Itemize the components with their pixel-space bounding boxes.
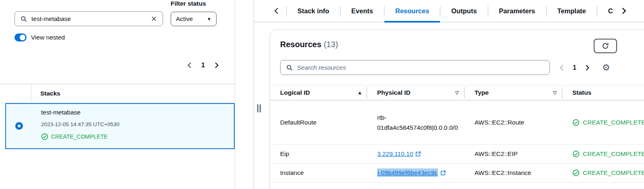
next-page-icon[interactable] bbox=[583, 63, 592, 72]
resources-title-text: Resources bbox=[280, 40, 321, 49]
status-cell: CREATE_COMPLETE bbox=[562, 119, 644, 126]
stack-detail-panel: Stack info Events Resources Outputs Para… bbox=[254, 0, 644, 189]
stacks-list-header: Stacks bbox=[0, 84, 235, 103]
toggle-knob bbox=[20, 35, 25, 40]
stack-status-text: CREATE_COMPLETE bbox=[51, 133, 108, 140]
type-cell: AWS::EC2::Route bbox=[464, 119, 562, 126]
refresh-icon bbox=[602, 42, 609, 50]
tab-label: Outputs bbox=[451, 7, 477, 15]
resources-count: (13) bbox=[324, 40, 338, 49]
stack-tabs: Stack info Events Resources Outputs Para… bbox=[286, 0, 644, 22]
tab-label: Events bbox=[351, 7, 373, 15]
gear-icon[interactable]: ⚙ bbox=[602, 63, 610, 72]
physical-id-link[interactable]: 3.229.110.10 bbox=[377, 150, 413, 157]
resources-card: Resources(13) 1 ⚙ L bbox=[270, 29, 644, 189]
sort-icon[interactable]: ▽ bbox=[455, 90, 459, 96]
next-page-icon[interactable] bbox=[212, 61, 221, 70]
logical-id-cell: Instance bbox=[270, 169, 367, 177]
physical-id-cell: 3.229.110.10 bbox=[367, 150, 464, 158]
filter-status-label: Filter status bbox=[171, 0, 206, 7]
stack-status-badge: CREATE_COMPLETE bbox=[41, 133, 108, 140]
tab-events[interactable]: Events bbox=[341, 0, 384, 22]
column-label: Status bbox=[572, 89, 591, 96]
stack-radio-selected[interactable] bbox=[15, 122, 23, 130]
physical-id-cell: i-09b499ef6be43ec9c bbox=[367, 169, 464, 177]
column-label: Physical ID bbox=[377, 89, 411, 96]
physical-id-cell: rtb-01dfa4c584574c0f8|0.0.0.0/0 bbox=[367, 112, 464, 133]
filter-status-value: Active bbox=[176, 15, 193, 23]
stack-timestamp: 2023-12-05 14:47:35 UTC+0530 bbox=[41, 121, 120, 127]
stacks-search-box bbox=[14, 11, 163, 26]
view-nested-row: View nested bbox=[14, 33, 65, 42]
type-cell: AWS::EC2::Instance bbox=[464, 169, 562, 177]
current-page[interactable]: 1 bbox=[571, 64, 578, 71]
tab-template[interactable]: Template bbox=[547, 0, 597, 22]
logical-id-cell: Eip bbox=[270, 150, 367, 158]
external-link-icon[interactable] bbox=[440, 170, 446, 176]
physical-id-link-selected[interactable]: i-09b499ef6be43ec9c bbox=[377, 168, 438, 177]
physical-id-text: rtb-01dfa4c584574c0f8|0.0.0.0/0 bbox=[377, 112, 460, 133]
resources-title: Resources(13) bbox=[280, 40, 338, 49]
external-link-icon[interactable] bbox=[415, 151, 421, 157]
stacks-header-label: Stacks bbox=[40, 90, 60, 97]
stacks-pagination: 1 bbox=[185, 61, 221, 70]
tab-label: Resources bbox=[395, 7, 429, 15]
check-circle-icon bbox=[572, 119, 580, 126]
check-circle-icon bbox=[572, 169, 580, 177]
clear-search-icon[interactable] bbox=[150, 15, 158, 23]
column-label: Logical ID bbox=[280, 89, 310, 96]
stack-tabs-bar: Stack info Events Resources Outputs Para… bbox=[254, 0, 644, 22]
column-header-physical-id[interactable]: Physical ID ▽ bbox=[367, 85, 464, 100]
resources-pagination: 1 ⚙ bbox=[557, 62, 610, 73]
status-cell: CREATE_COMPLETE bbox=[562, 150, 644, 158]
chevron-down-icon: ▼ bbox=[207, 17, 211, 21]
column-header-status[interactable]: Status bbox=[562, 85, 644, 100]
logical-id-cell: DefaultRoute bbox=[270, 119, 367, 126]
refresh-button[interactable] bbox=[594, 39, 617, 53]
status-text: CREATE_COMPLETE bbox=[583, 169, 644, 177]
check-circle-icon bbox=[572, 150, 580, 158]
stacks-panel: Filter status Active ▼ View nested 1 Sta… bbox=[0, 0, 235, 189]
status-text: CREATE_COMPLETE bbox=[583, 119, 644, 126]
search-icon bbox=[20, 15, 28, 23]
view-nested-label: View nested bbox=[31, 34, 65, 41]
sort-ascending-icon[interactable]: ▲ bbox=[357, 90, 362, 96]
stack-name[interactable]: test-metabase bbox=[41, 109, 80, 116]
tabs-scroll-left-icon[interactable] bbox=[272, 6, 281, 16]
resources-table: Logical ID ▲ Physical ID ▽ Type ▽ Status… bbox=[270, 85, 644, 183]
tab-parameters[interactable]: Parameters bbox=[488, 0, 546, 22]
status-text: CREATE_COMPLETE bbox=[583, 150, 644, 158]
resources-search-input[interactable] bbox=[297, 64, 545, 71]
previous-page-icon[interactable] bbox=[185, 61, 194, 70]
tab-outputs[interactable]: Outputs bbox=[440, 0, 487, 22]
sort-icon[interactable]: ▽ bbox=[553, 90, 557, 96]
stacks-search-input[interactable] bbox=[31, 15, 147, 23]
filter-status-select[interactable]: Active ▼ bbox=[171, 12, 217, 26]
column-label: Type bbox=[475, 89, 489, 96]
tab-stack-info[interactable]: Stack info bbox=[287, 0, 340, 22]
table-row[interactable]: Instance i-09b499ef6be43ec9c AWS::EC2::I… bbox=[270, 164, 644, 183]
previous-page-icon[interactable] bbox=[557, 63, 566, 72]
tabs-scroll-right-icon[interactable] bbox=[613, 0, 644, 22]
table-row[interactable]: Eip 3.229.110.10 AWS::EC2::EIP CREATE_CO… bbox=[270, 145, 644, 164]
type-cell: AWS::EC2::EIP bbox=[464, 150, 562, 158]
column-header-logical-id[interactable]: Logical ID ▲ bbox=[270, 85, 367, 100]
tab-label: Stack info bbox=[297, 7, 329, 15]
resources-search-box bbox=[280, 60, 550, 75]
table-header-row: Logical ID ▲ Physical ID ▽ Type ▽ Status bbox=[270, 85, 644, 100]
search-icon bbox=[285, 64, 293, 72]
tab-label: Parameters bbox=[499, 7, 535, 15]
current-page[interactable]: 1 bbox=[200, 62, 206, 69]
column-header-type[interactable]: Type ▽ bbox=[464, 85, 562, 100]
view-nested-toggle[interactable] bbox=[14, 33, 27, 42]
tab-resources[interactable]: Resources bbox=[384, 0, 440, 22]
stack-card-test-metabase[interactable]: test-metabase 2023-12-05 14:47:35 UTC+05… bbox=[5, 103, 235, 149]
status-cell: CREATE_COMPLETE bbox=[562, 169, 644, 177]
column-divider bbox=[31, 84, 31, 103]
table-row[interactable]: DefaultRoute rtb-01dfa4c584574c0f8|0.0.0… bbox=[270, 100, 644, 145]
tab-label: Template bbox=[557, 7, 586, 15]
check-circle-icon bbox=[41, 133, 48, 140]
